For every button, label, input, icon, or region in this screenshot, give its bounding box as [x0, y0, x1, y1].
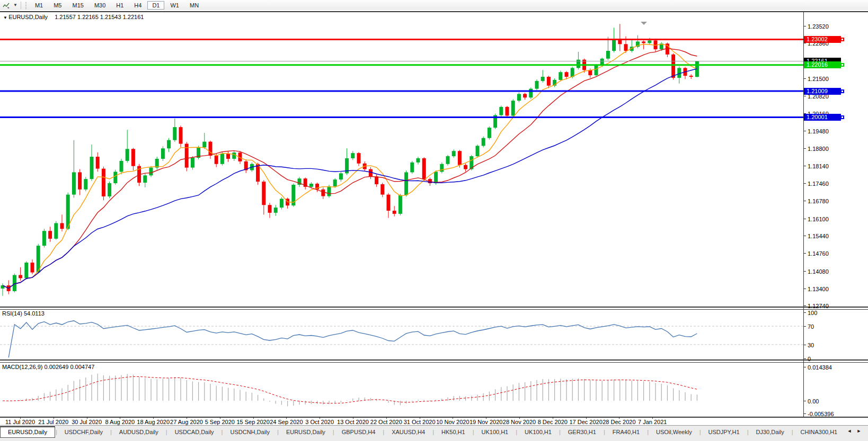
price-axis-label: 1.12740	[808, 303, 829, 309]
rsi-line	[8, 321, 697, 358]
timeframe-button-m30[interactable]: M30	[90, 1, 110, 10]
chart-tab-bar: EURUSD,Daily|USDCHF,Daily|AUDUSD,Daily|U…	[0, 425, 868, 441]
line-studies-icon[interactable]	[1, 1, 12, 9]
price-axis-label: 1.15440	[808, 233, 829, 239]
tab-ger30-h1[interactable]: GER30,H1	[561, 427, 603, 437]
chart-collapse-caret-icon[interactable]: ▼	[3, 15, 8, 20]
price-axis-tick	[803, 305, 806, 306]
chart-symbol-label: EURUSD,Daily	[8, 14, 48, 20]
price-axis-tick	[803, 148, 806, 149]
tab-fra40-h1[interactable]: FRA40,H1	[606, 427, 646, 437]
price-axis-tick	[803, 26, 806, 26]
tab-uk100-h1[interactable]: UK100,H1	[518, 427, 559, 437]
rsi-axis-tick	[803, 358, 806, 359]
timeframe-button-d1[interactable]: D1	[147, 1, 164, 10]
macd-axis-label: 0.00	[808, 398, 819, 404]
toolbar-separator	[21, 2, 21, 9]
price-axis-label: 1.16780	[808, 198, 829, 204]
tab-audusd-daily[interactable]: AUDUSD,Daily	[112, 427, 165, 437]
tab-dj30-daily[interactable]: DJ30,Daily	[749, 427, 791, 437]
timeframe-button-m15[interactable]: M15	[67, 1, 88, 10]
price-axis-tick	[803, 96, 806, 96]
macd-axis-label: 0.014384	[808, 364, 832, 371]
hline-handle[interactable]	[840, 38, 844, 41]
macd-axis-tick	[803, 367, 806, 367]
price-axis-tick	[803, 43, 806, 43]
date-axis-label: 18 Aug 2020	[137, 419, 170, 425]
date-axis-label: 13 Oct 2020	[337, 419, 369, 425]
toolbar-grip-handle[interactable]	[25, 2, 28, 9]
timeframe-button-mn[interactable]: MN	[185, 1, 203, 10]
date-axis-label: 24 Sep 2020	[270, 419, 303, 425]
tabs-scroll-left-icon[interactable]: ◄	[845, 426, 854, 436]
tool-dropdown-caret-icon[interactable]: ▼	[12, 3, 19, 7]
date-axis-label: 27 Aug 2020	[170, 419, 203, 425]
timeframe-button-w1[interactable]: W1	[165, 1, 184, 10]
chart-window[interactable]: ▼ EURUSD,Daily 1.21557 1.22165 1.21543 1…	[0, 10, 868, 425]
price-axis-label: 1.23520	[808, 23, 829, 30]
rsi-axis-tick	[803, 345, 806, 345]
hline-handle[interactable]	[840, 89, 844, 93]
price-axis-border	[803, 12, 804, 417]
panel-separator	[0, 362, 868, 363]
price-tag-1.22016: 1.22016	[804, 61, 841, 68]
price-tag-1.20001: 1.20001	[804, 114, 841, 121]
tab-usdjpy-h1[interactable]: USDJPY,H1	[702, 427, 747, 437]
tab-usdchf-daily[interactable]: USDCHF,Daily	[58, 427, 110, 437]
macd-axis-tick	[803, 413, 806, 414]
date-axis-label: 5 Sep 2020	[205, 419, 235, 425]
tab-xauusd-h4[interactable]: XAUUSD,H4	[385, 427, 432, 437]
ma-slow	[3, 69, 697, 289]
trading-terminal-window: ▼ M1M5M15M30H1H4D1W1MN ▼ EURUSD,Daily 1.…	[0, 0, 868, 441]
chart-top-border	[0, 11, 868, 12]
date-axis-label: 28 Dec 2020	[603, 419, 635, 425]
timeframe-button-m1[interactable]: M1	[30, 1, 48, 10]
timeframe-button-h1[interactable]: H1	[111, 1, 128, 10]
tab-uk100-h1[interactable]: UK100,H1	[474, 427, 515, 437]
panel-separator	[0, 359, 868, 361]
date-axis-label: 30 Jul 2020	[72, 419, 102, 425]
macd-panel-title: MACD(12,26,9) 0.002649 0.004747	[2, 364, 94, 370]
tab-gbpusd-h4[interactable]: GBPUSD,H4	[335, 427, 383, 437]
tab-china300-h1[interactable]: CHINA300,H1	[794, 427, 845, 437]
price-axis-tick	[803, 131, 806, 131]
date-axis-label: 17 Dec 2020	[569, 419, 602, 425]
price-axis-tick	[803, 236, 806, 236]
timeframe-button-h4[interactable]: H4	[129, 1, 146, 10]
macd-axis-label: -0.005396	[808, 411, 834, 417]
ma-fast	[3, 44, 697, 288]
price-axis-tick	[803, 271, 806, 272]
date-axis-label: 19 Nov 2020	[470, 419, 502, 425]
price-axis-tick	[803, 183, 806, 184]
tab-eurusd-daily[interactable]: EURUSD,Daily	[0, 426, 55, 438]
tabs-scroll-right-icon[interactable]: ►	[854, 426, 864, 436]
ma-mid	[3, 48, 697, 288]
price-axis-tick	[803, 253, 806, 254]
chart-tabs: EURUSD,Daily|USDCHF,Daily|AUDUSD,Daily|U…	[0, 426, 845, 438]
rsi-axis-tick	[803, 326, 806, 327]
tab-hk50-h1[interactable]: HK50,H1	[435, 427, 472, 437]
date-axis-label: 11 Jul 2020	[5, 419, 35, 425]
price-axis-tick	[803, 78, 806, 79]
timeframe-buttons: M1M5M15M30H1H4D1W1MN	[30, 2, 204, 8]
hline-handle[interactable]	[840, 115, 844, 119]
price-axis-label: 1.14080	[808, 268, 829, 275]
rsi-axis-tick	[803, 312, 806, 313]
timeframe-button-m5[interactable]: M5	[49, 1, 66, 10]
price-axis-label: 1.13400	[808, 286, 829, 292]
hline-handle[interactable]	[840, 63, 844, 67]
tab-eurusd-daily[interactable]: EURUSD,Daily	[279, 427, 332, 437]
date-axis-label: 8 Dec 2020	[538, 419, 568, 425]
timeframe-toolbar: ▼ M1M5M15M30H1H4D1W1MN	[0, 0, 868, 11]
chart-shift-marker-icon[interactable]	[641, 22, 647, 25]
tab-usoil-weekly[interactable]: USOil,Weekly	[649, 427, 699, 437]
price-axis-tick	[803, 166, 806, 166]
price-axis-label: 1.14760	[808, 250, 829, 257]
tab-usdcnh-daily[interactable]: USDCNH,Daily	[223, 427, 277, 437]
chart-title: ▼ EURUSD,Daily 1.21557 1.22165 1.21543 1…	[3, 14, 144, 20]
tab-usdcad-daily[interactable]: USDCAD,Daily	[168, 427, 221, 437]
price-axis-label: 1.17460	[808, 181, 829, 187]
price-axis-label: 1.21500	[808, 76, 829, 82]
chart-canvas[interactable]	[0, 0, 868, 441]
macd-signal-line	[3, 376, 697, 403]
